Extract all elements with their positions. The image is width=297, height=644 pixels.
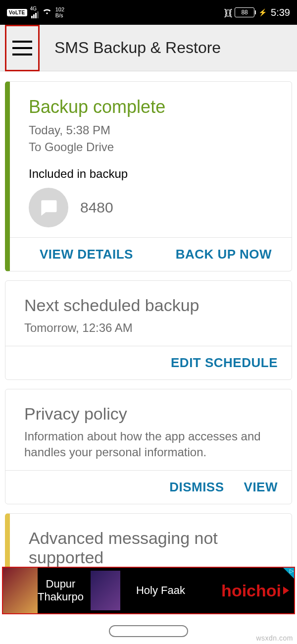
ad-thumbnail-2 [91,571,120,610]
schedule-title: Next scheduled backup [24,296,278,315]
network-speed: 102 B/s [55,6,64,18]
edit-schedule-button[interactable]: EDIT SCHEDULE [171,355,278,371]
privacy-title: Privacy policy [24,404,278,424]
privacy-body: Information about how the app accesses a… [24,429,278,460]
battery-icon: 88 [235,7,254,17]
ad-info-icon[interactable] [283,568,294,579]
backup-complete-card: Backup complete Today, 5:38 PM To Google… [5,81,292,271]
backup-destination: To Google Drive [29,139,278,155]
signal-4g-icon: 4G [30,6,39,18]
included-label: Included in backup [29,167,278,181]
hamburger-icon[interactable] [12,41,32,55]
menu-button-highlight [5,25,40,71]
ad-title-2: Holy Faak [136,584,185,597]
ad-thumbnail-1 [3,568,38,613]
messages-icon [29,188,68,227]
message-count: 8480 [80,199,113,216]
ad-banner[interactable]: Dupur Thakurpo Holy Faak hoichoi [2,567,295,614]
schedule-time: Tomorrow, 12:36 AM [24,320,278,336]
content-area: Backup complete Today, 5:38 PM To Google… [0,71,297,573]
app-title: SMS Backup & Restore [54,39,221,57]
play-icon [283,587,289,594]
ad-title-1: Dupur Thakurpo [38,578,84,603]
nav-pill[interactable] [109,625,188,637]
dismiss-button[interactable]: DISMISS [169,480,224,495]
advanced-messaging-card: Advanced messaging not supported [5,513,292,573]
advanced-title: Advanced messaging not supported [29,529,278,567]
app-bar: SMS Backup & Restore [0,25,297,71]
status-bar: VoLTE 4G 102 B/s }▯{ 88 ⚡ 5:39 [0,0,297,25]
vibrate-icon: }▯{ [224,7,231,18]
backup-time: Today, 5:38 PM [29,122,278,138]
wifi-icon [42,6,52,19]
volte-badge: VoLTE [7,9,27,16]
view-details-button[interactable]: VIEW DETAILS [40,247,133,262]
privacy-card: Privacy policy Information about how the… [5,389,292,504]
back-up-now-button[interactable]: BACK UP NOW [176,247,272,262]
schedule-card: Next scheduled backup Tomorrow, 12:36 AM… [5,280,292,380]
watermark: wsxdn.com [256,634,293,642]
view-button[interactable]: VIEW [244,480,278,495]
ad-brand-logo: hoichoi [221,581,289,600]
clock: 5:39 [271,7,290,18]
charging-icon: ⚡ [258,8,267,16]
backup-title: Backup complete [29,97,278,117]
